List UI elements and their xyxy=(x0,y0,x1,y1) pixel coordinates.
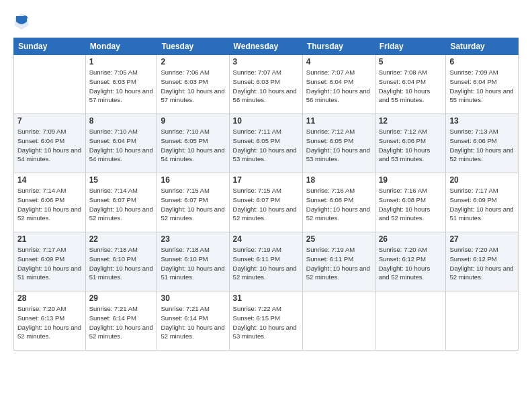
day-number: 30 xyxy=(161,293,225,303)
header xyxy=(13,12,519,31)
cell-content: Sunrise: 7:21 AMSunset: 6:14 PMDaylight:… xyxy=(89,305,153,340)
calendar-cell: 24Sunrise: 7:19 AMSunset: 6:11 PMDayligh… xyxy=(229,232,302,291)
cell-content: Sunrise: 7:05 AMSunset: 6:03 PMDaylight:… xyxy=(89,68,153,103)
cell-content: Sunrise: 7:19 AMSunset: 6:11 PMDaylight:… xyxy=(233,246,297,281)
day-number: 29 xyxy=(89,293,154,303)
calendar-cell: 11Sunrise: 7:12 AMSunset: 6:05 PMDayligh… xyxy=(302,114,375,173)
cell-content: Sunrise: 7:17 AMSunset: 6:09 PMDaylight:… xyxy=(17,246,81,281)
day-number: 18 xyxy=(306,175,371,185)
calendar-cell: 13Sunrise: 7:13 AMSunset: 6:06 PMDayligh… xyxy=(446,114,519,173)
day-number: 25 xyxy=(306,234,371,244)
calendar-cell: 30Sunrise: 7:21 AMSunset: 6:14 PMDayligh… xyxy=(157,291,229,351)
cell-content: Sunrise: 7:13 AMSunset: 6:06 PMDaylight:… xyxy=(449,128,513,163)
cell-content: Sunrise: 7:15 AMSunset: 6:07 PMDaylight:… xyxy=(161,187,224,222)
calendar-cell: 6Sunrise: 7:09 AMSunset: 6:04 PMDaylight… xyxy=(446,55,519,114)
day-number: 17 xyxy=(233,175,299,185)
cell-content: Sunrise: 7:09 AMSunset: 6:04 PMDaylight:… xyxy=(17,128,81,163)
cell-content: Sunrise: 7:06 AMSunset: 6:03 PMDaylight:… xyxy=(161,68,224,103)
calendar-cell: 26Sunrise: 7:20 AMSunset: 6:12 PMDayligh… xyxy=(375,232,446,291)
calendar-cell: 3Sunrise: 7:07 AMSunset: 6:03 PMDaylight… xyxy=(229,55,302,114)
cell-content: Sunrise: 7:20 AMSunset: 6:12 PMDaylight:… xyxy=(449,246,513,281)
calendar-cell: 2Sunrise: 7:06 AMSunset: 6:03 PMDaylight… xyxy=(157,55,229,114)
calendar-cell: 23Sunrise: 7:18 AMSunset: 6:10 PMDayligh… xyxy=(157,232,229,291)
calendar-cell: 29Sunrise: 7:21 AMSunset: 6:14 PMDayligh… xyxy=(85,291,157,351)
day-number: 22 xyxy=(89,234,154,244)
calendar-week-5: 28Sunrise: 7:20 AMSunset: 6:13 PMDayligh… xyxy=(14,291,519,351)
logo xyxy=(13,12,32,31)
calendar-cell: 15Sunrise: 7:14 AMSunset: 6:07 PMDayligh… xyxy=(85,173,157,232)
calendar-cell: 10Sunrise: 7:11 AMSunset: 6:05 PMDayligh… xyxy=(229,114,302,173)
calendar-cell: 7Sunrise: 7:09 AMSunset: 6:04 PMDaylight… xyxy=(14,114,86,173)
cell-content: Sunrise: 7:17 AMSunset: 6:09 PMDaylight:… xyxy=(449,187,513,222)
cell-content: Sunrise: 7:21 AMSunset: 6:14 PMDaylight:… xyxy=(161,305,224,340)
day-number: 13 xyxy=(449,116,515,126)
day-number: 8 xyxy=(89,116,154,126)
cell-content: Sunrise: 7:11 AMSunset: 6:05 PMDaylight:… xyxy=(233,128,297,163)
calendar-cell: 4Sunrise: 7:07 AMSunset: 6:04 PMDaylight… xyxy=(302,55,375,114)
day-number: 21 xyxy=(17,234,82,244)
cell-content: Sunrise: 7:07 AMSunset: 6:03 PMDaylight:… xyxy=(233,68,297,103)
day-number: 1 xyxy=(89,57,154,66)
calendar-cell: 27Sunrise: 7:20 AMSunset: 6:12 PMDayligh… xyxy=(446,232,519,291)
day-number: 19 xyxy=(379,175,443,185)
cell-content: Sunrise: 7:14 AMSunset: 6:06 PMDaylight:… xyxy=(17,187,81,222)
calendar-cell: 16Sunrise: 7:15 AMSunset: 6:07 PMDayligh… xyxy=(157,173,229,232)
day-number: 26 xyxy=(379,234,443,244)
day-number: 6 xyxy=(449,57,515,66)
day-header-thursday: Thursday xyxy=(302,38,375,55)
cell-content: Sunrise: 7:16 AMSunset: 6:08 PMDaylight:… xyxy=(306,187,370,222)
day-number: 9 xyxy=(161,116,225,126)
calendar-cell: 5Sunrise: 7:08 AMSunset: 6:04 PMDaylight… xyxy=(375,55,446,114)
calendar-week-1: 1Sunrise: 7:05 AMSunset: 6:03 PMDaylight… xyxy=(14,55,519,114)
cell-content: Sunrise: 7:09 AMSunset: 6:04 PMDaylight:… xyxy=(449,68,513,103)
day-number: 7 xyxy=(17,116,82,126)
page: SundayMondayTuesdayWednesdayThursdayFrid… xyxy=(0,0,532,411)
day-number: 3 xyxy=(233,57,299,66)
calendar-week-3: 14Sunrise: 7:14 AMSunset: 6:06 PMDayligh… xyxy=(14,173,519,232)
calendar-table: SundayMondayTuesdayWednesdayThursdayFrid… xyxy=(13,38,519,351)
calendar-cell: 25Sunrise: 7:19 AMSunset: 6:11 PMDayligh… xyxy=(302,232,375,291)
day-number: 10 xyxy=(233,116,299,126)
cell-content: Sunrise: 7:16 AMSunset: 6:08 PMDaylight:… xyxy=(379,187,431,222)
day-header-friday: Friday xyxy=(375,38,446,55)
day-number: 12 xyxy=(379,116,443,126)
calendar-cell: 18Sunrise: 7:16 AMSunset: 6:08 PMDayligh… xyxy=(302,173,375,232)
cell-content: Sunrise: 7:19 AMSunset: 6:11 PMDaylight:… xyxy=(306,246,370,281)
day-number: 20 xyxy=(449,175,515,185)
calendar-cell: 1Sunrise: 7:05 AMSunset: 6:03 PMDaylight… xyxy=(85,55,157,114)
day-header-saturday: Saturday xyxy=(446,38,519,55)
calendar-cell: 20Sunrise: 7:17 AMSunset: 6:09 PMDayligh… xyxy=(446,173,519,232)
day-number: 28 xyxy=(17,293,82,303)
cell-content: Sunrise: 7:08 AMSunset: 6:04 PMDaylight:… xyxy=(379,68,431,103)
cell-content: Sunrise: 7:18 AMSunset: 6:10 PMDaylight:… xyxy=(161,246,224,281)
day-header-tuesday: Tuesday xyxy=(157,38,229,55)
cell-content: Sunrise: 7:10 AMSunset: 6:05 PMDaylight:… xyxy=(161,128,224,163)
calendar-cell xyxy=(375,291,446,351)
day-number: 15 xyxy=(89,175,154,185)
day-number: 31 xyxy=(233,293,299,303)
calendar-cell: 31Sunrise: 7:22 AMSunset: 6:15 PMDayligh… xyxy=(229,291,302,351)
calendar-cell: 9Sunrise: 7:10 AMSunset: 6:05 PMDaylight… xyxy=(157,114,229,173)
cell-content: Sunrise: 7:07 AMSunset: 6:04 PMDaylight:… xyxy=(306,68,370,103)
day-header-monday: Monday xyxy=(85,38,157,55)
day-number: 24 xyxy=(233,234,299,244)
day-number: 27 xyxy=(449,234,515,244)
day-header-sunday: Sunday xyxy=(14,38,86,55)
calendar-cell xyxy=(302,291,375,351)
calendar-cell: 12Sunrise: 7:12 AMSunset: 6:06 PMDayligh… xyxy=(375,114,446,173)
calendar-week-4: 21Sunrise: 7:17 AMSunset: 6:09 PMDayligh… xyxy=(14,232,519,291)
calendar-cell: 14Sunrise: 7:14 AMSunset: 6:06 PMDayligh… xyxy=(14,173,86,232)
calendar-cell: 17Sunrise: 7:15 AMSunset: 6:07 PMDayligh… xyxy=(229,173,302,232)
calendar-cell: 8Sunrise: 7:10 AMSunset: 6:04 PMDaylight… xyxy=(85,114,157,173)
day-number: 5 xyxy=(379,57,443,66)
calendar-cell xyxy=(14,55,86,114)
day-header-wednesday: Wednesday xyxy=(229,38,302,55)
logo-icon xyxy=(13,12,30,31)
calendar-header-row: SundayMondayTuesdayWednesdayThursdayFrid… xyxy=(14,38,519,55)
cell-content: Sunrise: 7:12 AMSunset: 6:05 PMDaylight:… xyxy=(306,128,370,163)
calendar-cell xyxy=(446,291,519,351)
calendar-cell: 19Sunrise: 7:16 AMSunset: 6:08 PMDayligh… xyxy=(375,173,446,232)
day-number: 23 xyxy=(161,234,225,244)
day-number: 14 xyxy=(17,175,82,185)
day-number: 2 xyxy=(161,57,225,66)
